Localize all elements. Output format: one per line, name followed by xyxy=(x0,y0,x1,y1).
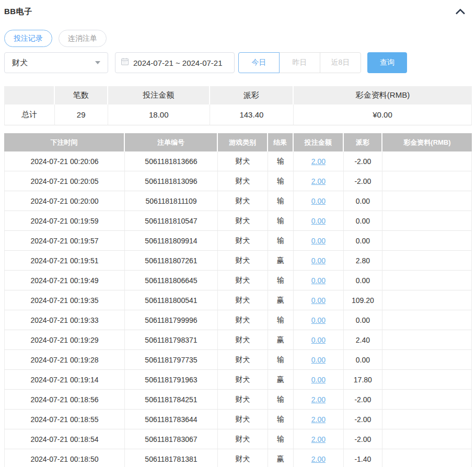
cell-bonus xyxy=(382,310,472,330)
cell-bet: 0.00 xyxy=(294,211,344,231)
cell-bonus xyxy=(382,251,472,271)
cell-bonus xyxy=(382,231,472,251)
cell-bet_id: 5061181799996 xyxy=(125,310,218,330)
query-button[interactable]: 查询 xyxy=(367,52,407,73)
cell-bet_id: 5061181783644 xyxy=(125,410,218,429)
date-range-input[interactable]: 2024-07-21 ~ 2024-07-21 xyxy=(115,52,235,73)
cell-bonus xyxy=(382,370,472,390)
cell-time: 2024-07-21 00:19:57 xyxy=(4,231,125,251)
cell-bet: 0.00 xyxy=(294,310,344,330)
bet-amount-link[interactable]: 0.00 xyxy=(311,316,326,324)
cell-bonus xyxy=(382,330,472,350)
bet-amount-link[interactable]: 2.00 xyxy=(311,177,326,185)
cell-game: 财犬 xyxy=(218,271,268,290)
cell-payout: 17.80 xyxy=(344,370,382,390)
bet-amount-link[interactable]: 0.00 xyxy=(311,237,326,245)
cell-bonus xyxy=(382,350,472,370)
bet-amount-link[interactable]: 2.00 xyxy=(311,157,326,166)
collapse-button[interactable] xyxy=(455,7,466,17)
cell-bonus xyxy=(382,271,472,290)
cell-result: 输 xyxy=(268,171,294,191)
cell-bonus xyxy=(382,449,472,467)
cell-game: 财犬 xyxy=(218,211,268,231)
cell-time: 2024-07-21 00:20:06 xyxy=(4,151,125,171)
cell-game: 财犬 xyxy=(218,290,268,310)
cell-bonus xyxy=(382,171,472,191)
cell-payout: 0.00 xyxy=(344,310,382,330)
cell-bet: 0.00 xyxy=(294,330,344,350)
cell-game: 财犬 xyxy=(218,151,268,171)
bet-amount-link[interactable]: 0.00 xyxy=(311,376,326,384)
summary-total-label: 总计 xyxy=(4,104,55,125)
cell-payout: 109.20 xyxy=(344,290,382,310)
last-8-days-button[interactable]: 近8日 xyxy=(320,52,361,73)
cell-bet: 0.00 xyxy=(294,290,344,310)
records-header-row: 下注时间 注单编号 游戏类别 结果 投注金额 派彩 彩金资料(RMB) xyxy=(4,133,472,151)
cell-game: 财犬 xyxy=(218,410,268,429)
cell-bet_id: 5061181811109 xyxy=(125,191,218,211)
tab-bet-records[interactable]: 投注记录 xyxy=(4,30,52,47)
cell-time: 2024-07-21 00:20:05 xyxy=(4,171,125,191)
cell-payout: 0.00 xyxy=(344,231,382,251)
cell-bet: 2.00 xyxy=(294,390,344,410)
cell-time: 2024-07-21 00:20:00 xyxy=(4,191,125,211)
cell-bet_id: 5061181784251 xyxy=(125,390,218,410)
table-row: 2024-07-21 00:19:515061181807261财犬赢0.002… xyxy=(4,251,472,271)
cell-game: 财犬 xyxy=(218,310,268,330)
cell-bet: 0.00 xyxy=(294,271,344,290)
cell-result: 输 xyxy=(268,410,294,429)
cell-bet_id: 5061181797735 xyxy=(125,350,218,370)
bet-amount-link[interactable]: 0.00 xyxy=(311,296,326,305)
yesterday-button[interactable]: 昨日 xyxy=(279,52,320,73)
game-select[interactable]: 财犬 xyxy=(4,52,108,73)
cell-time: 2024-07-21 00:19:33 xyxy=(4,310,125,330)
table-row: 2024-07-21 00:19:575061181809914财犬输0.000… xyxy=(4,231,472,251)
cell-result: 赢 xyxy=(268,449,294,467)
cell-time: 2024-07-21 00:19:51 xyxy=(4,251,125,271)
bet-amount-link[interactable]: 0.00 xyxy=(311,336,326,344)
date-range-value: 2024-07-21 ~ 2024-07-21 xyxy=(133,59,223,67)
bet-amount-link[interactable]: 0.00 xyxy=(311,276,326,285)
bet-amount-link[interactable]: 0.00 xyxy=(311,256,326,265)
cell-bonus xyxy=(382,151,472,171)
cell-bet_id: 5061181791963 xyxy=(125,370,218,390)
cell-game: 财犬 xyxy=(218,449,268,467)
summary-header-empty xyxy=(4,86,55,104)
table-row: 2024-07-21 00:19:335061181799996财犬输0.000… xyxy=(4,310,472,330)
cell-bet: 0.00 xyxy=(294,191,344,211)
table-row: 2024-07-21 00:19:285061181797735财犬输0.000… xyxy=(4,350,472,370)
cell-game: 财犬 xyxy=(218,370,268,390)
header-bet-id: 注单编号 xyxy=(125,133,218,151)
cell-payout: 0.00 xyxy=(344,271,382,290)
bet-amount-link[interactable]: 2.00 xyxy=(311,455,326,463)
cell-result: 输 xyxy=(268,191,294,211)
today-button[interactable]: 今日 xyxy=(238,52,280,73)
header-payout: 派彩 xyxy=(344,133,382,151)
summary-total-bonus: ¥0.00 xyxy=(294,104,472,125)
table-row: 2024-07-21 00:19:355061181800541财犬赢0.001… xyxy=(4,290,472,310)
cell-time: 2024-07-21 00:19:14 xyxy=(4,370,125,390)
table-row: 2024-07-21 00:18:565061181784251财犬输2.00-… xyxy=(4,390,472,410)
cell-game: 财犬 xyxy=(218,231,268,251)
bet-amount-link[interactable]: 2.00 xyxy=(311,395,326,404)
cell-bonus xyxy=(382,429,472,449)
summary-header-row: 笔数 投注金额 派彩 彩金资料(RMB) xyxy=(4,86,472,104)
bet-amount-link[interactable]: 0.00 xyxy=(311,197,326,205)
bet-amount-link[interactable]: 0.00 xyxy=(311,356,326,364)
chevron-up-icon xyxy=(455,7,466,17)
tab-cancelled-bets[interactable]: 连消注单 xyxy=(59,30,107,47)
cell-time: 2024-07-21 00:19:59 xyxy=(4,211,125,231)
cell-game: 财犬 xyxy=(218,171,268,191)
cell-game: 财犬 xyxy=(218,330,268,350)
records-body: 2024-07-21 00:20:065061181813666财犬输2.00-… xyxy=(4,151,472,467)
cell-bet: 2.00 xyxy=(294,410,344,429)
bet-amount-link[interactable]: 2.00 xyxy=(311,435,326,443)
cell-bet_id: 5061181809914 xyxy=(125,231,218,251)
cell-payout: -2.00 xyxy=(344,171,382,191)
cell-result: 输 xyxy=(268,429,294,449)
cell-result: 赢 xyxy=(268,251,294,271)
bet-amount-link[interactable]: 2.00 xyxy=(311,415,326,424)
bet-amount-link[interactable]: 0.00 xyxy=(311,217,326,225)
cell-result: 输 xyxy=(268,271,294,290)
records-table: 下注时间 注单编号 游戏类别 结果 投注金额 派彩 彩金资料(RMB) 2024… xyxy=(4,133,472,467)
